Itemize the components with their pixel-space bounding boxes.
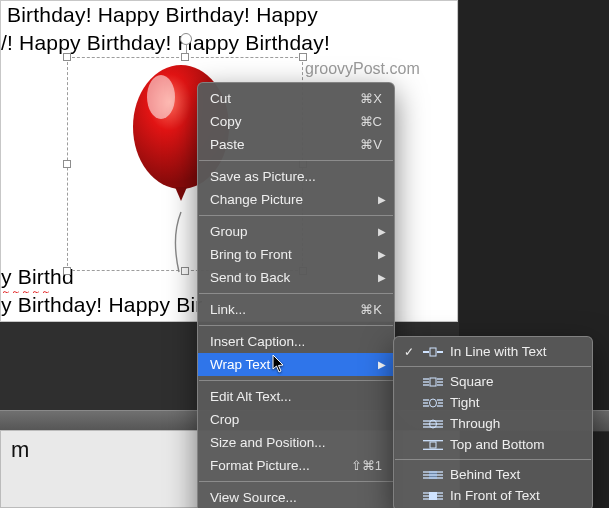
menu-group[interactable]: Group ▶ [198, 220, 394, 243]
menu-link-keys: ⌘K [352, 302, 382, 317]
menu-cut[interactable]: Cut ⌘X [198, 87, 394, 110]
wrap-square-icon [422, 376, 444, 388]
menu-format-picture[interactable]: Format Picture... ⇧⌘1 [198, 454, 394, 477]
wrap-square-label: Square [450, 374, 582, 389]
resize-handle-ml[interactable] [63, 160, 71, 168]
wrap-top-bottom-icon [422, 439, 444, 451]
menu-view-source[interactable]: View Source... [198, 486, 394, 508]
menu-format-picture-label: Format Picture... [210, 458, 351, 473]
menu-crop[interactable]: Crop [198, 408, 394, 431]
menu-link[interactable]: Link... ⌘K [198, 298, 394, 321]
submenu-arrow-icon: ▶ [378, 194, 386, 205]
svg-rect-3 [430, 348, 436, 356]
menu-bring-to-front[interactable]: Bring to Front ▶ [198, 243, 394, 266]
submenu-arrow-icon: ▶ [378, 359, 386, 370]
resize-handle-tm[interactable] [181, 53, 189, 61]
submenu-arrow-icon: ▶ [378, 226, 386, 237]
menu-save-as-picture[interactable]: Save as Picture... [198, 165, 394, 188]
menu-wrap-text[interactable]: Wrap Text ▶ [198, 353, 394, 376]
menu-size-position-label: Size and Position... [210, 435, 382, 450]
menu-send-to-back[interactable]: Send to Back ▶ [198, 266, 394, 289]
wrap-front-label: In Front of Text [450, 488, 582, 503]
menu-save-as-picture-label: Save as Picture... [210, 169, 382, 184]
menu-insert-caption-label: Insert Caption... [210, 334, 382, 349]
resize-handle-bl[interactable] [63, 267, 71, 275]
wrap-tight-icon [422, 397, 444, 409]
rotate-handle[interactable] [180, 33, 192, 45]
menu-send-to-back-label: Send to Back [210, 270, 382, 285]
menu-bring-to-front-label: Bring to Front [210, 247, 382, 262]
wrap-tight-label: Tight [450, 395, 582, 410]
menu-edit-alt-text-label: Edit Alt Text... [210, 389, 382, 404]
wrap-through-label: Through [450, 416, 582, 431]
context-menu: Cut ⌘X Copy ⌘C Paste ⌘V Save as Picture.… [197, 82, 395, 508]
menu-copy[interactable]: Copy ⌘C [198, 110, 394, 133]
menu-paste-label: Paste [210, 137, 352, 152]
menu-link-label: Link... [210, 302, 352, 317]
resize-handle-tl[interactable] [63, 53, 71, 61]
wrap-tight[interactable]: Tight [394, 392, 592, 413]
wrap-through[interactable]: Through [394, 413, 592, 434]
screenshot-stage: m Birthday! Happy Birthday! Happy /! Hap… [0, 0, 609, 508]
wrap-front-icon [422, 490, 444, 502]
wrap-square[interactable]: Square [394, 371, 592, 392]
menu-change-picture[interactable]: Change Picture ▶ [198, 188, 394, 211]
submenu-arrow-icon: ▶ [378, 272, 386, 283]
wrap-front[interactable]: In Front of Text [394, 485, 592, 506]
menu-wrap-text-label: Wrap Text [210, 357, 382, 372]
submenu-arrow-icon: ▶ [378, 249, 386, 260]
svg-rect-23 [430, 442, 436, 448]
wrap-top-bottom[interactable]: Top and Bottom [394, 434, 592, 455]
check-icon: ✓ [402, 345, 416, 359]
wrap-behind-icon [422, 469, 444, 481]
wrap-through-icon [422, 418, 444, 430]
menu-insert-caption[interactable]: Insert Caption... [198, 330, 394, 353]
menu-group-label: Group [210, 224, 382, 239]
menu-paste[interactable]: Paste ⌘V [198, 133, 394, 156]
wrap-inline-label: In Line with Text [450, 344, 582, 359]
menu-copy-label: Copy [210, 114, 352, 129]
menu-size-position[interactable]: Size and Position... [198, 431, 394, 454]
menu-edit-alt-text[interactable]: Edit Alt Text... [198, 385, 394, 408]
menu-change-picture-label: Change Picture [210, 192, 382, 207]
menu-view-source-label: View Source... [210, 490, 382, 505]
document-text-top: Birthday! Happy Birthday! Happy /! Happy… [1, 1, 330, 57]
menu-paste-keys: ⌘V [352, 137, 382, 152]
menu-cut-keys: ⌘X [352, 91, 382, 106]
resize-handle-bm[interactable] [181, 267, 189, 275]
wrap-top-bottom-label: Top and Bottom [450, 437, 582, 452]
wrap-inline-icon [422, 346, 444, 358]
wrap-behind-label: Behind Text [450, 467, 582, 482]
footer-letter: m [11, 437, 29, 462]
menu-cut-label: Cut [210, 91, 352, 106]
svg-point-12 [430, 399, 437, 407]
svg-rect-33 [429, 492, 437, 500]
watermark-text: groovyPost.com [305, 60, 420, 78]
spelling-underline: ～～～～～ [1, 285, 51, 299]
menu-crop-label: Crop [210, 412, 382, 427]
menu-copy-keys: ⌘C [352, 114, 382, 129]
wrap-text-submenu: ✓ In Line with Text Square Tight [393, 336, 593, 508]
wrap-inline[interactable]: ✓ In Line with Text [394, 341, 592, 362]
menu-format-picture-keys: ⇧⌘1 [351, 458, 382, 473]
wrap-behind[interactable]: Behind Text [394, 464, 592, 485]
svg-rect-5 [430, 378, 436, 386]
